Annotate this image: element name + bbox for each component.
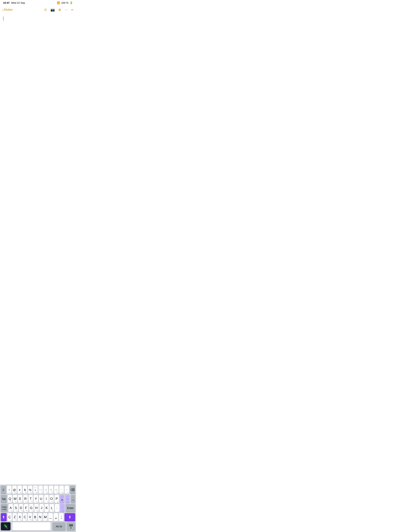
checkmark-button[interactable]: ⊙ [44,8,47,12]
key-quote-dquote[interactable]: " ' \ [55,504,59,512]
key-f[interactable]: F元 [24,504,28,512]
key-d[interactable]: Dð [19,504,23,512]
key-bracket[interactable]: [ ] 9 [49,486,53,494]
editor-area[interactable] [0,14,76,115]
key-altgr[interactable]: Alt Gr [52,522,66,531]
key-arrow-down[interactable]: ⇩ [1,486,6,494]
key-apostrophe[interactable]: ' ¿ ¬ [59,513,64,521]
nav-actions: ⊙ 📷 ⊕ ··· ✏ [44,8,74,12]
key-r[interactable]: R® [23,495,28,503]
battery-icon: 🔋 [70,1,73,4]
key-asterisk[interactable]: * & [59,486,64,494]
key-shift-right[interactable]: ⬆ [64,513,75,521]
key-l[interactable]: L£ [50,504,54,512]
key-a[interactable]: Aæ [9,504,13,512]
wifi-icon: 📶 [57,1,60,4]
key-e[interactable]: E€ [18,495,22,503]
key-n[interactable]: Nɳ [38,513,42,521]
key-enter[interactable]: Enter [66,504,75,512]
key-emoji[interactable]: 🦎 [1,522,11,531]
key-plus[interactable]: + ± [65,486,69,494]
key-c-cedilla[interactable]: Ç△ [8,513,12,521]
key-k[interactable]: K· [45,504,49,512]
key-q[interactable]: Qa [8,495,12,503]
key-shift-left[interactable]: ⬆ [1,513,7,521]
key-tab[interactable]: Tab [1,495,7,503]
key-v[interactable]: V₽ [28,513,32,521]
key-x[interactable]: Xƫ [18,513,22,521]
more-button[interactable]: ··· [65,8,68,12]
key-caps-lock[interactable]: Caps Lock [1,504,8,512]
text-cursor [3,16,4,21]
key-o[interactable]: Oœ [50,495,54,503]
key-lt-gt[interactable]: < > 7 [39,486,43,494]
key-w[interactable]: Ww [13,495,17,503]
key-dash-question[interactable]: — — ? [71,495,75,503]
key-t[interactable]: T™ [29,495,33,503]
status-date: Wed 22 Sep [11,1,25,4]
back-button[interactable]: ‹ Notes [2,8,13,12]
key-backspace[interactable]: ⌫ [70,486,75,494]
status-bar: 15:47 Wed 22 Sep 📶 100 % 🔋 [0,0,76,6]
key-dotdot[interactable]: · · ¤ [60,504,65,512]
key-c[interactable]: C© [23,513,27,521]
back-label: Notes [4,8,13,12]
key-paren[interactable]: ( ) 8 [44,486,48,494]
key-h[interactable]: HĦ [34,504,38,512]
status-right: 📶 100 % 🔋 [57,1,73,4]
key-i[interactable]: Iı [44,495,49,503]
keyboard: ⇩ ! 1 @ 2 # 3 $ 4 % 5 ^˜ ^ 6 [0,484,76,532]
keyboard-row-zxcv: ⬆ Ç△ Z¶ Xƫ C© V₽ Bɓ Nɳ Mμ ; — : ∞ ' ¿ ¬ [0,513,76,521]
key-colon[interactable]: : ∞ [54,513,58,521]
keyboard-row-qwerty: Tab Qa Ww E€ R® T™ Y¥ Uâ Iı Oœ Pþ ^ ˇ Λ … [0,495,76,503]
key-z[interactable]: Z¶ [13,513,17,521]
key-y[interactable]: Y¥ [34,495,38,503]
key-percent[interactable]: % 5 [28,486,32,494]
status-time: 15:47 [3,1,10,4]
key-brace[interactable]: { } 0 [54,486,58,494]
camera-button[interactable]: 📷 [51,8,55,12]
key-caret[interactable]: ^˜ ^ 6 [33,486,38,494]
key-j[interactable]: J√ [39,504,44,512]
key-p[interactable]: Pþ [55,495,59,503]
nav-bar: ‹ Notes ⊙ 📷 ⊕ ··· ✏ [0,6,76,14]
key-tilde2[interactable]: ˘ ˘ σ [65,495,70,503]
key-hash[interactable]: # 3 [18,486,22,494]
compose-button[interactable]: ✏ [71,8,74,12]
chevron-left-icon: ‹ [2,8,4,12]
key-s[interactable]: S§ [14,504,18,512]
key-g[interactable]: Gʃ [29,504,33,512]
key-caret2[interactable]: ^ ˇ Λ • [60,495,64,503]
key-at[interactable]: @ 2 [12,486,17,494]
key-m[interactable]: Mμ [43,513,47,521]
key-keyboard-dismiss[interactable]: ⌨ ▼ [67,522,75,531]
keyboard-row-symbols: ⇩ ! 1 @ 2 # 3 $ 4 % 5 ^˜ ^ 6 [0,486,76,494]
key-b[interactable]: Bɓ [33,513,37,521]
key-u[interactable]: Uâ [39,495,43,503]
keyboard-row-asdf: Caps Lock Aæ S§ Dð F元 Gʃ HĦ J√ K· L£ " '… [0,504,76,512]
key-space[interactable] [13,522,51,531]
key-exclaim[interactable]: ! 1 [7,486,11,494]
key-dollar[interactable]: $ 4 [23,486,27,494]
navigation-button[interactable]: ⊕ [58,8,61,12]
keyboard-row-bottom: 🦎 Alt Gr ⌨ ▼ [0,522,76,531]
battery-label: 100 % [61,1,68,4]
key-semicolon[interactable]: ; — [48,513,53,521]
